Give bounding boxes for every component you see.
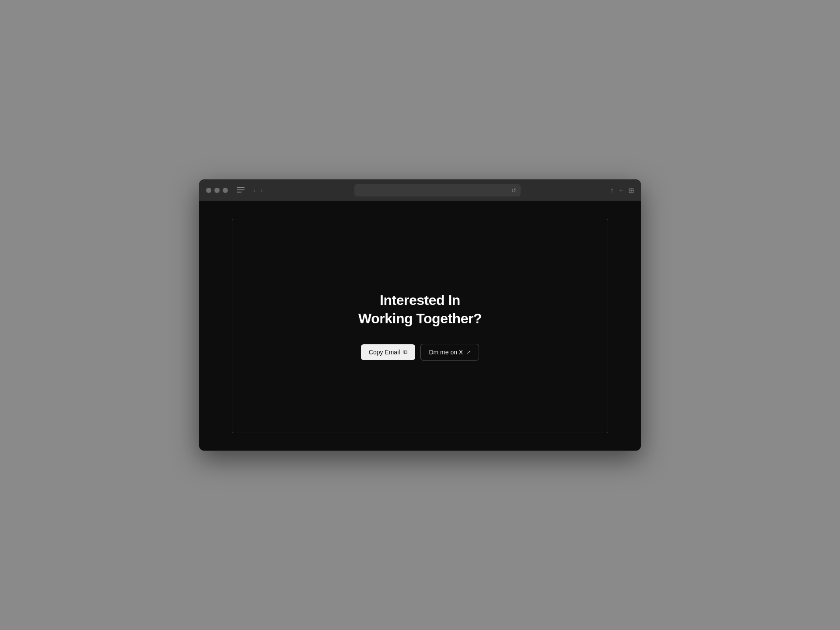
forward-button[interactable]: › <box>259 186 265 195</box>
nav-buttons: ‹ › <box>252 186 264 195</box>
toolbar-right: ↑ + ⊞ <box>610 186 634 195</box>
sidebar-toggle-icon <box>237 187 245 193</box>
grid-button[interactable]: ⊞ <box>628 186 634 195</box>
card-heading: Interested In Working Together? <box>358 291 482 328</box>
traffic-light-close[interactable] <box>206 188 211 193</box>
copy-email-label: Copy Email <box>369 349 400 356</box>
dm-x-button[interactable]: Dm me on X ↗ <box>420 344 479 360</box>
copy-icon: ⧉ <box>403 349 407 356</box>
dm-x-label: Dm me on X <box>429 349 463 356</box>
address-bar-container: ↺ <box>273 184 601 196</box>
browser-window: ‹ › ↺ ↑ + ⊞ Interested In Working Togeth… <box>199 179 641 451</box>
card-actions: Copy Email ⧉ Dm me on X ↗ <box>361 344 479 360</box>
browser-content: Interested In Working Together? Copy Ema… <box>199 201 641 451</box>
traffic-light-maximize[interactable] <box>223 188 228 193</box>
external-link-icon: ↗ <box>466 349 471 355</box>
traffic-lights <box>206 188 228 193</box>
new-tab-button[interactable]: + <box>619 186 623 194</box>
copy-email-button[interactable]: Copy Email ⧉ <box>361 344 416 360</box>
traffic-light-minimize[interactable] <box>214 188 220 193</box>
address-bar[interactable]: ↺ <box>354 184 521 196</box>
back-button[interactable]: ‹ <box>252 186 257 195</box>
contact-card: Interested In Working Together? Copy Ema… <box>232 219 608 433</box>
share-button[interactable]: ↑ <box>610 186 614 194</box>
heading-line1: Interested In Working Together? <box>358 291 482 328</box>
sidebar-toggle-button[interactable] <box>233 186 246 195</box>
browser-toolbar: ‹ › ↺ ↑ + ⊞ <box>199 179 641 201</box>
reload-button[interactable]: ↺ <box>511 187 516 194</box>
